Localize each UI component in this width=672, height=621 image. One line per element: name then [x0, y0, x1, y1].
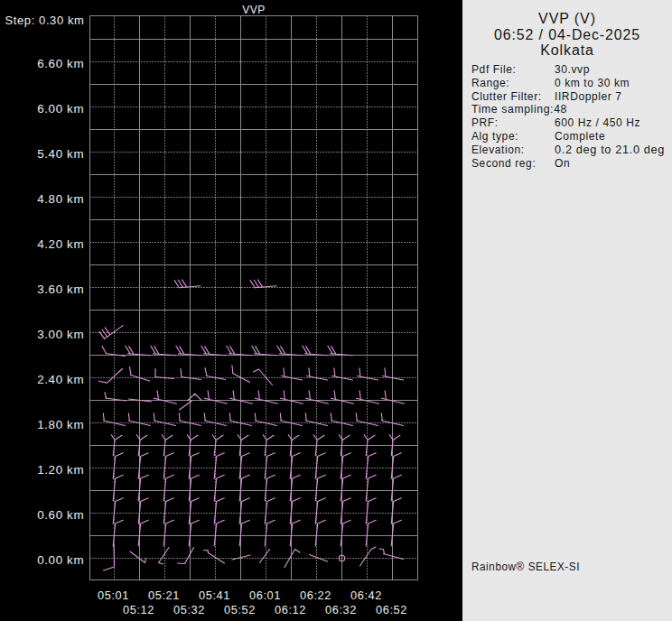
svg-text:30.vvp: 30.vvp — [555, 63, 590, 76]
svg-text:06:52: 06:52 — [376, 604, 407, 616]
svg-text:PRF:: PRF: — [471, 116, 499, 129]
svg-text:3.00 km: 3.00 km — [37, 329, 84, 341]
svg-text:0.2 deg to 21.0 deg: 0.2 deg to 21.0 deg — [555, 144, 665, 156]
svg-text:05:41: 05:41 — [199, 589, 230, 602]
svg-text:Clutter Filter:: Clutter Filter: — [471, 90, 542, 103]
svg-text:05:21: 05:21 — [148, 589, 180, 602]
svg-text:1.80 km: 1.80 km — [37, 419, 84, 431]
svg-text:1.20 km: 1.20 km — [37, 464, 84, 477]
svg-text:Pdf File:: Pdf File: — [471, 63, 516, 76]
svg-text:Time sampling:48: Time sampling:48 — [471, 103, 567, 116]
svg-text:Step: 0.30 km: Step: 0.30 km — [5, 14, 85, 27]
svg-text:On: On — [555, 157, 570, 170]
svg-text:06:32: 06:32 — [325, 604, 357, 616]
svg-text:Rainbow® SELEX-SI: Rainbow® SELEX-SI — [471, 561, 580, 573]
svg-text:Elevation:: Elevation: — [471, 144, 525, 156]
svg-text:5.40 km: 5.40 km — [37, 148, 84, 161]
svg-text:6.60 km: 6.60 km — [37, 58, 84, 70]
svg-text:2.40 km: 2.40 km — [37, 374, 84, 386]
svg-text:06:42: 06:42 — [350, 589, 382, 602]
svg-text:Second reg:: Second reg: — [471, 157, 536, 170]
svg-text:05:52: 05:52 — [224, 604, 256, 616]
svg-text:06:22: 06:22 — [300, 589, 331, 602]
svg-text:6.00 km: 6.00 km — [37, 103, 84, 116]
svg-text:Range:: Range: — [471, 77, 509, 89]
svg-text:VVP (V): VVP (V) — [538, 11, 596, 26]
svg-text:0 km to 30 km: 0 km to 30 km — [555, 77, 630, 89]
svg-text:05:12: 05:12 — [123, 604, 154, 616]
svg-text:05:01: 05:01 — [98, 589, 129, 602]
svg-text:0.60 km: 0.60 km — [37, 509, 84, 522]
svg-text:06:12: 06:12 — [275, 604, 306, 616]
svg-text:05:32: 05:32 — [173, 604, 205, 616]
svg-text:4.20 km: 4.20 km — [37, 238, 84, 251]
svg-text:IIRDoppler 7: IIRDoppler 7 — [555, 90, 622, 103]
svg-text:06:01: 06:01 — [249, 589, 281, 602]
svg-text:3.60 km: 3.60 km — [37, 283, 84, 296]
svg-text:Kolkata: Kolkata — [540, 42, 594, 58]
svg-text:0.00 km: 0.00 km — [37, 554, 84, 567]
svg-text:06:52 / 04-Dec-2025: 06:52 / 04-Dec-2025 — [494, 27, 640, 42]
svg-text:Alg type:: Alg type: — [471, 130, 518, 143]
svg-text:4.80 km: 4.80 km — [37, 193, 84, 206]
svg-text:600 Hz / 450 Hz: 600 Hz / 450 Hz — [555, 116, 640, 129]
svg-text:VVP: VVP — [242, 4, 266, 16]
svg-text:Complete: Complete — [555, 130, 605, 143]
